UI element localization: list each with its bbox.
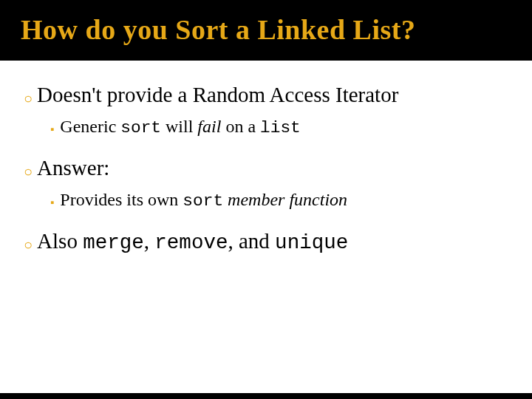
text-run: merge	[83, 231, 144, 254]
slide-content: ○Doesn't provide a Random Access Iterato…	[0, 61, 532, 393]
sub-bullet-text: Provides its own sort member function	[60, 188, 347, 213]
text-run: remove	[154, 231, 228, 254]
bullet-level-2: ▪Provides its own sort member function	[50, 188, 514, 213]
bullet-text: Answer:	[37, 154, 109, 181]
bullet-level-1: ○Answer:	[24, 154, 514, 181]
text-run: on a	[221, 117, 260, 136]
square-bullet-icon: ▪	[50, 197, 54, 209]
text-run: list	[260, 118, 301, 137]
text-run: Also	[37, 229, 83, 253]
slide-title: How do you Sort a Linked List?	[21, 13, 511, 46]
bullet-text: Also merge, remove, and unique	[37, 228, 348, 256]
text-run: Provides its own	[60, 190, 183, 209]
sub-bullet-text: Generic sort will fail on a list	[60, 115, 300, 140]
text-run: Doesn't provide a Random Access Iterator	[37, 83, 398, 106]
text-run: sort	[120, 118, 161, 137]
text-run: fail	[197, 117, 221, 136]
circle-bullet-icon: ○	[24, 237, 33, 252]
text-run: Answer:	[37, 156, 109, 180]
circle-bullet-icon: ○	[24, 91, 33, 106]
text-run: member function	[228, 190, 347, 209]
text-run: , and	[228, 229, 275, 253]
title-band: How do you Sort a Linked List?	[0, 0, 532, 61]
bullet-level-2: ▪Generic sort will fail on a list	[50, 115, 514, 140]
circle-bullet-icon: ○	[24, 164, 33, 179]
text-run: ,	[144, 229, 155, 253]
square-bullet-icon: ▪	[50, 123, 54, 136]
text-run: unique	[275, 231, 348, 254]
text-run: Generic	[60, 117, 120, 136]
text-run: sort	[183, 191, 223, 211]
bullet-level-1: ○Also merge, remove, and unique	[24, 228, 514, 256]
bullet-level-1: ○Doesn't provide a Random Access Iterato…	[24, 81, 514, 108]
text-run: will	[161, 117, 197, 136]
bullet-text: Doesn't provide a Random Access Iterator	[37, 81, 398, 108]
